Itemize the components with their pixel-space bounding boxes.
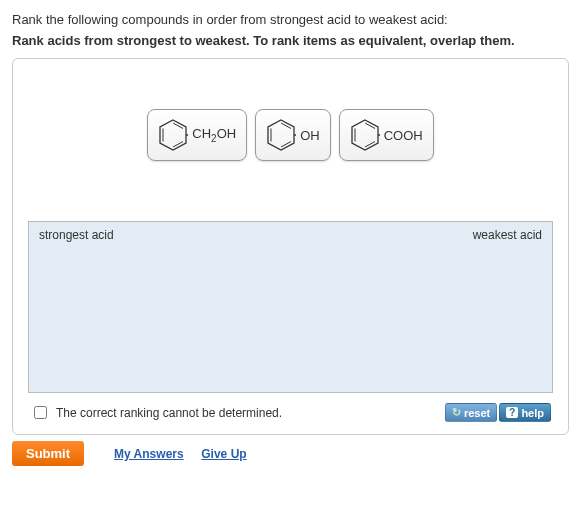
- svg-marker-5: [268, 120, 294, 150]
- svg-marker-0: [160, 120, 186, 150]
- svg-line-2: [173, 142, 183, 148]
- svg-line-7: [281, 142, 291, 148]
- reset-button[interactable]: ↻ reset: [445, 403, 497, 422]
- benzene-icon: [266, 118, 296, 152]
- help-button[interactable]: ? help: [499, 403, 551, 422]
- my-answers-link[interactable]: My Answers: [114, 447, 184, 461]
- benzene-icon: [350, 118, 380, 152]
- submit-button[interactable]: Submit: [12, 441, 84, 466]
- action-row: Submit My Answers Give Up: [12, 441, 569, 466]
- svg-marker-10: [352, 120, 378, 150]
- benzene-icon: [158, 118, 188, 152]
- svg-line-11: [365, 123, 375, 129]
- bottom-row: The correct ranking cannot be determined…: [28, 399, 553, 424]
- question-text: Rank the following compounds in order fr…: [12, 12, 569, 27]
- compound-label: CH2OH: [192, 126, 236, 144]
- give-up-link[interactable]: Give Up: [201, 447, 246, 461]
- items-row: CH2OH OH COOH: [28, 109, 553, 161]
- work-area: CH2OH OH COOH strongest acid: [12, 58, 569, 435]
- compound-card-oh[interactable]: OH: [255, 109, 331, 161]
- answer-links: My Answers Give Up: [114, 446, 261, 461]
- zone-label-strongest: strongest acid: [39, 228, 114, 242]
- compound-card-ch2oh[interactable]: CH2OH: [147, 109, 247, 161]
- compound-label: OH: [300, 128, 320, 143]
- svg-line-1: [173, 123, 183, 129]
- compound-label: COOH: [384, 128, 423, 143]
- svg-line-6: [281, 123, 291, 129]
- ranking-drop-zone[interactable]: strongest acid weakest acid: [28, 221, 553, 393]
- svg-line-12: [365, 142, 375, 148]
- help-label: help: [521, 407, 544, 419]
- zone-label-weakest: weakest acid: [473, 228, 542, 242]
- cannot-determine-label: The correct ranking cannot be determined…: [56, 406, 282, 420]
- reset-label: reset: [464, 407, 490, 419]
- cannot-determine-checkbox[interactable]: [34, 406, 47, 419]
- instruction-text: Rank acids from strongest to weakest. To…: [12, 33, 569, 48]
- compound-card-cooh[interactable]: COOH: [339, 109, 434, 161]
- tool-buttons: ↻ reset ? help: [445, 403, 551, 422]
- cannot-determine-row[interactable]: The correct ranking cannot be determined…: [30, 403, 282, 422]
- reset-icon: ↻: [452, 406, 461, 419]
- help-icon: ?: [506, 407, 518, 418]
